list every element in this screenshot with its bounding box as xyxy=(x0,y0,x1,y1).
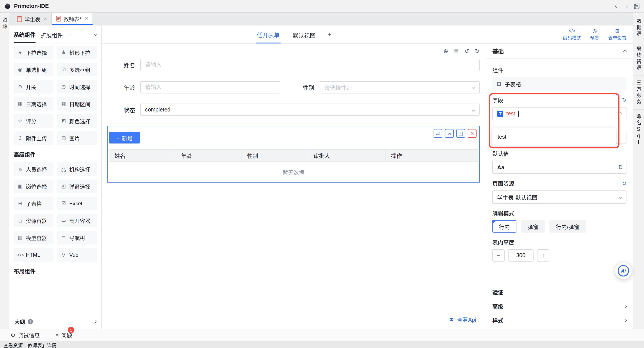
field-combobox[interactable]: T test xyxy=(492,107,626,120)
props-section-2[interactable]: 样式 xyxy=(492,313,626,327)
close-icon[interactable]: × xyxy=(85,15,88,22)
palette-item[interactable]: ▧模型容器 xyxy=(14,231,54,244)
palette-item[interactable]: ▦日期区间 xyxy=(57,97,97,111)
edit-mode-option[interactable]: 弹窗 xyxy=(521,220,545,233)
field-dropdown: test xyxy=(492,128,616,146)
add-row-button[interactable]: + 新增 xyxy=(109,132,140,144)
palette-item[interactable]: ▭高开容器 xyxy=(57,214,97,227)
palette-item[interactable]: </>HTML xyxy=(14,248,54,261)
status-select[interactable]: completed xyxy=(140,104,480,116)
default-value-suffix-button[interactable]: D xyxy=(615,161,626,173)
outline-tree-icon[interactable]: ≣ xyxy=(454,48,459,55)
palette-item[interactable]: ☺人员选择 xyxy=(14,162,54,176)
nav-back-icon[interactable] xyxy=(616,5,618,8)
redo-icon[interactable]: ↻ xyxy=(475,48,480,55)
component-icon: ◩ xyxy=(60,118,67,124)
eye-icon xyxy=(448,317,454,321)
dock-tab[interactable]: 数据源 xyxy=(633,15,644,42)
palette-item[interactable]: ☆评分 xyxy=(14,114,54,128)
age-input[interactable] xyxy=(140,81,280,94)
decrement-button[interactable]: − xyxy=(492,249,504,261)
palette-item[interactable]: 品机构选择 xyxy=(57,162,97,176)
palette-item-label: 日期选择 xyxy=(26,100,47,108)
palette-item-label: 评分 xyxy=(26,117,36,125)
page-resource-select[interactable]: 学生表-默认视图 xyxy=(492,190,626,204)
form-settings-button[interactable]: ⊞表单设置 xyxy=(608,28,626,41)
ai-assistant-button[interactable]: Ai xyxy=(615,262,632,279)
dropdown-option[interactable]: test xyxy=(492,130,616,144)
palette-menu-icon[interactable]: ≡ xyxy=(68,31,71,37)
debug-bar-item[interactable]: ≡问题1 xyxy=(56,331,72,339)
sync-icon[interactable]: ⇄ xyxy=(434,129,442,138)
palette-item[interactable]: ☒Excel xyxy=(57,197,97,210)
add-row-label: 新增 xyxy=(122,134,133,142)
debug-bar-item[interactable]: ⚙调试信息 xyxy=(10,331,40,339)
palette-tab-system[interactable]: 系统组件 xyxy=(14,25,36,43)
close-icon[interactable]: × xyxy=(44,16,47,22)
file-icon xyxy=(17,16,22,22)
dock-tab[interactable]: 三方服务 xyxy=(633,76,644,110)
nav-forward-icon[interactable] xyxy=(625,5,627,8)
palette-item[interactable]: ☑多选框组 xyxy=(57,63,97,76)
subtable-component-selected[interactable]: ⇄∞◰✕ + 新增 姓名年龄性别审批人操作 暂无数据 xyxy=(108,126,480,183)
view-tab-lowcode-form[interactable]: 低开表单 xyxy=(256,26,280,43)
palette-item[interactable]: □资源容器 xyxy=(14,214,54,227)
palette-section-title: 布局组件 xyxy=(14,267,97,275)
props-section-0[interactable]: 验证 xyxy=(492,285,626,299)
outline-label: 大纲 xyxy=(14,318,25,325)
palette-item[interactable]: ◷时间选择 xyxy=(57,80,97,94)
palette-item[interactable]: ◩颜色选择 xyxy=(57,114,97,128)
file-tab[interactable]: 学生表× xyxy=(13,13,52,25)
form-canvas[interactable]: ⊕≣↺↻ 姓名 年龄 性别 请选择性别 xyxy=(102,44,486,329)
props-section-1[interactable]: 高级 xyxy=(492,299,626,313)
info-icon: i xyxy=(28,319,33,324)
view-tabs: 低开表单 默认视图 + xyxy=(102,26,486,44)
table-height-value[interactable]: 300 xyxy=(508,249,534,261)
palette-item[interactable]: ≣导航树 xyxy=(57,231,97,244)
palette-item[interactable]: ▼下拉选择 xyxy=(14,46,54,59)
gender-select[interactable]: 请选择性别 xyxy=(320,81,480,94)
subtable-column-header: 操作 xyxy=(386,150,478,162)
collapse-panel-icon[interactable] xyxy=(624,49,627,53)
delete-icon[interactable]: ✕ xyxy=(468,129,476,138)
outline-panel-header[interactable]: 大纲 i xyxy=(9,314,101,329)
palette-item[interactable]: ↥附件上传 xyxy=(14,131,54,145)
globe-icon[interactable]: ⊕ xyxy=(444,48,448,55)
edit-mode-option[interactable]: 行内 xyxy=(492,220,516,233)
link-icon[interactable]: ∞ xyxy=(445,129,454,138)
chevron-down-icon xyxy=(472,86,476,89)
increment-button[interactable]: + xyxy=(537,249,549,261)
save-icon[interactable] xyxy=(634,3,640,9)
palette-item[interactable]: ⊞子表格 xyxy=(14,197,54,210)
status-text: 查看资源「教师表」详情 xyxy=(4,341,56,348)
ai-logo: Ai xyxy=(618,265,629,276)
copy-icon[interactable]: ◰ xyxy=(456,129,465,138)
name-input[interactable] xyxy=(140,59,480,71)
edit-mode-option[interactable]: 行内/弹窗 xyxy=(549,220,586,233)
sync-icon[interactable]: ↻ xyxy=(622,97,626,103)
palette-item[interactable]: ▣岗位选择 xyxy=(14,179,54,193)
palette-item[interactable]: ◉单选框组 xyxy=(14,63,54,76)
code-mode-button[interactable]: </>编码模式 xyxy=(563,28,581,41)
dock-tab[interactable]: 离线资源 xyxy=(633,42,644,76)
default-value-input[interactable]: Aa D xyxy=(492,161,626,174)
preview-button[interactable]: ◎预览 xyxy=(590,28,599,41)
palette-collapse-icon[interactable] xyxy=(94,32,98,36)
palette-item[interactable]: ⋔树形下拉 xyxy=(57,46,97,59)
palette-item[interactable]: ▨图片 xyxy=(57,131,97,145)
palette-item[interactable]: ▦日期选择 xyxy=(14,97,54,111)
view-api-link[interactable]: 查看Api xyxy=(448,315,476,323)
component-chip[interactable]: ⊞ 子表格 xyxy=(492,77,626,90)
undo-icon[interactable]: ↺ xyxy=(464,48,469,55)
add-view-button[interactable]: + xyxy=(328,31,332,38)
palette-tab-extension[interactable]: 扩展组件 xyxy=(41,26,63,42)
file-tab[interactable]: 教师表*× xyxy=(52,13,93,25)
input-type-icon: T xyxy=(497,111,503,117)
dock-tab[interactable]: 命名Sql xyxy=(633,110,644,150)
palette-item[interactable]: ⊙开关 xyxy=(14,80,54,94)
palette-item[interactable]: ◰弹窗选择 xyxy=(57,179,97,193)
sync-icon[interactable]: ↻ xyxy=(622,180,626,186)
palette-item[interactable]: VVue xyxy=(57,248,97,261)
resources-vertical-tab[interactable]: 资源 xyxy=(1,17,8,30)
view-tab-default-view[interactable]: 默认视图 xyxy=(292,26,316,43)
